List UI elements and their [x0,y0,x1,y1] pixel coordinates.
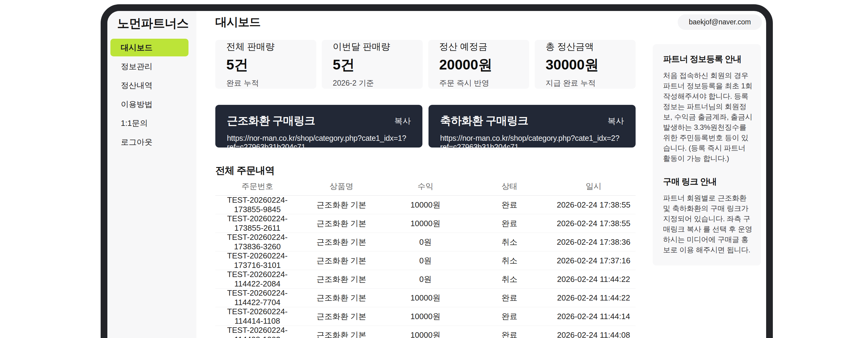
info-panel: 파트너 정보등록 안내처음 접속하신 회원의 경우 파트너 정보등록을 최초 1… [653,44,761,266]
table-cell: 완료 [468,218,552,229]
table-cell: 근조화환 기본 [300,311,384,322]
table-row: TEST-20260224-114414-1108근조화환 기본10000원완료… [215,307,636,326]
table-row: TEST-20260224-173855-9845근조화환 기본10000원완료… [215,196,636,214]
info-section-title: 파트너 정보등록 안내 [663,53,754,65]
purchase-links-row: 근조화환 구매링크복사https://nor-man.co.kr/shop/ca… [215,105,636,147]
content-row: 전체 판매량5건완료 누적이번달 판매량5건2026-2 기준정산 예정금200… [215,40,762,338]
info-section-title: 구매 링크 안내 [663,176,754,188]
table-cell: 취소 [468,274,552,285]
table-cell: 2026-02-24 17:38:36 [551,237,636,247]
table-cell: TEST-20260224-114408-1003 [215,326,300,338]
orders-column-header: 수익 [383,181,468,192]
table-cell: 10000원 [383,218,468,229]
table-cell: 근조화환 기본 [300,293,384,303]
table-cell: TEST-20260224-114422-7704 [215,288,300,307]
sidebar-item-inquiry[interactable]: 1:1문의 [111,114,188,132]
orders-column-header: 주문번호 [215,181,300,192]
stat-label: 정산 예정금 [439,40,518,53]
table-cell: 취소 [468,237,552,247]
table-cell: TEST-20260224-173855-9845 [215,195,300,214]
page-title: 대시보드 [215,14,260,30]
table-cell: 완료 [468,330,552,338]
table-row: TEST-20260224-173716-3101근조화환 기본0원취소2026… [215,251,636,270]
stat-label: 전체 판매량 [226,40,305,53]
table-row: TEST-20260224-173836-3260근조화환 기본0원취소2026… [215,233,636,251]
sidebar-item-info[interactable]: 정보관리 [111,58,188,75]
table-cell: 2026-02-24 11:44:22 [551,293,636,303]
table-cell: 근조화환 기본 [300,330,384,338]
table-cell: TEST-20260224-114422-2084 [215,270,300,289]
link-url: https://nor-man.co.kr/shop/category.php?… [440,134,624,151]
table-cell: 근조화환 기본 [300,218,384,229]
table-row: TEST-20260224-114422-2084근조화환 기본0원취소2026… [215,270,636,289]
stat-card-3: 총 정산금액30000원지급 완료 누적 [535,40,636,89]
table-cell: 2026-02-24 17:38:55 [551,219,636,228]
table-cell: 완료 [468,293,552,303]
link-card-top: 축하화환 구매링크복사 [440,113,624,128]
stat-value: 30000원 [546,56,625,74]
table-cell: 완료 [468,311,552,322]
link-card-condolence: 근조화환 구매링크복사https://nor-man.co.kr/shop/ca… [215,105,423,147]
copy-link-button[interactable]: 복사 [608,115,624,127]
app-window: 노먼파트너스 대시보드정보관리정산내역이용방법1:1문의로그아웃 대시보드 ba… [101,4,773,338]
stat-sub: 완료 누적 [226,78,305,88]
user-email-chip[interactable]: baekjof@naver.com [678,14,762,30]
stat-sub: 2026-2 기준 [333,78,412,88]
sidebar-nav: 대시보드정보관리정산내역이용방법1:1문의로그아웃 [107,39,196,151]
table-cell: TEST-20260224-173855-2611 [215,214,300,233]
app-logo: 노먼파트너스 [117,16,196,31]
orders-column-header: 일시 [551,181,636,192]
table-cell: 취소 [468,256,552,266]
table-cell: 2026-02-24 11:44:14 [551,312,636,321]
table-cell: 2026-02-24 11:44:22 [551,275,636,284]
sidebar-item-logout[interactable]: 로그아웃 [111,133,188,151]
stat-card-2: 정산 예정금20000원주문 즉시 반영 [428,40,529,89]
main-area: 대시보드 baekjof@naver.com 전체 판매량5건완료 누적이번달 … [196,11,766,338]
info-section-body: 파트너 회원별로 근조화환 및 축하화환의 구매 링크가 지정되어 있습니다. … [663,193,754,255]
copy-link-button[interactable]: 복사 [394,115,411,127]
stat-card-1: 이번달 판매량5건2026-2 기준 [322,40,423,89]
stat-label: 이번달 판매량 [333,40,412,53]
table-cell: 2026-02-24 11:44:08 [551,330,636,338]
sidebar-item-dashboard[interactable]: 대시보드 [111,39,188,56]
orders-title: 전체 주문내역 [215,164,636,177]
stat-sub: 지급 완료 누적 [546,78,625,88]
table-row: TEST-20260224-114422-7704근조화환 기본10000원완료… [215,289,636,307]
orders-section: 전체 주문내역 주문번호상품명수익상태일시 TEST-20260224-1738… [215,164,636,338]
table-cell: TEST-20260224-173836-3260 [215,233,300,251]
table-cell: TEST-20260224-114414-1108 [215,307,300,326]
link-card-top: 근조화환 구매링크복사 [227,113,411,128]
table-cell: 10000원 [383,293,468,303]
info-section-0: 파트너 정보등록 안내처음 접속하신 회원의 경우 파트너 정보등록을 최초 1… [663,53,754,164]
orders-column-header: 상품명 [300,181,384,192]
table-cell: 근조화환 기본 [300,274,384,285]
stat-value: 5건 [333,56,412,74]
stat-card-0: 전체 판매량5건완료 누적 [215,40,316,89]
sidebar-item-usage[interactable]: 이용방법 [111,95,188,113]
table-cell: 0원 [383,237,468,247]
sidebar: 노먼파트너스 대시보드정보관리정산내역이용방법1:1문의로그아웃 [107,11,196,338]
orders-table-body: TEST-20260224-173855-9845근조화환 기본10000원완료… [215,196,636,338]
sidebar-item-settlement[interactable]: 정산내역 [111,76,188,94]
table-cell: 근조화환 기본 [300,237,384,247]
link-card-title: 축하화환 구매링크 [440,113,528,128]
orders-table-header: 주문번호상품명수익상태일시 [215,177,636,196]
header: 대시보드 baekjof@naver.com [215,13,762,31]
table-cell: 2026-02-24 17:37:16 [551,256,636,266]
stat-value: 5건 [226,56,305,74]
link-url: https://nor-man.co.kr/shop/category.php?… [227,134,411,151]
stats-row: 전체 판매량5건완료 누적이번달 판매량5건2026-2 기준정산 예정금200… [215,40,636,89]
link-card-title: 근조화환 구매링크 [227,113,315,128]
stat-value: 20000원 [439,56,518,74]
table-cell: 근조화환 기본 [300,256,384,266]
table-cell: 0원 [383,256,468,266]
table-row: TEST-20260224-114408-1003근조화환 기본10000원완료… [215,326,636,338]
table-cell: 10000원 [383,311,468,322]
dashboard-column: 전체 판매량5건완료 누적이번달 판매량5건2026-2 기준정산 예정금200… [215,40,636,338]
table-cell: 근조화환 기본 [300,200,384,210]
stat-label: 총 정산금액 [546,40,625,53]
orders-column-header: 상태 [468,181,552,192]
table-cell: 10000원 [383,200,468,210]
link-card-congratulation: 축하화환 구매링크복사https://nor-man.co.kr/shop/ca… [429,105,636,147]
info-section-1: 구매 링크 안내파트너 회원별로 근조화환 및 축하화환의 구매 링크가 지정되… [663,176,754,255]
